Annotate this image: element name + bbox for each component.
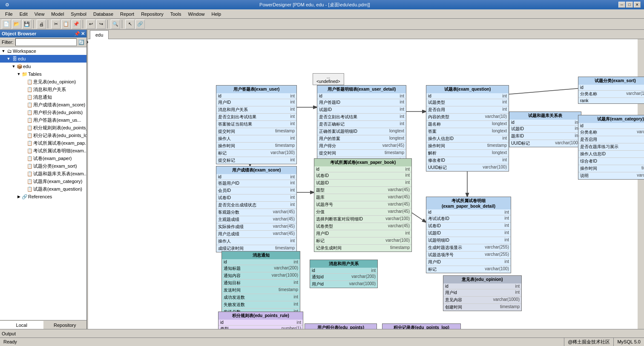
filter-refresh-icon[interactable]: 🔄: [78, 40, 84, 45]
table-exam-paper-book-detail[interactable]: 考试所属试卷明细(exam_paper_book_detail) idint 考…: [426, 197, 511, 273]
table-row: 内容的类型varchar(10): [426, 113, 509, 120]
tab-repository[interactable]: Repository: [43, 320, 87, 329]
tree-table-score[interactable]: 📋 用户成绩表(exam_score): [0, 101, 86, 109]
output-label: Output: [2, 331, 16, 336]
expand-edu-icon[interactable]: ▼: [6, 56, 11, 61]
link-button[interactable]: 🔗: [135, 20, 145, 29]
ob-tabs: Local Repository: [0, 320, 86, 329]
menu-repository[interactable]: Repository: [138, 11, 167, 17]
table-exam-score[interactable]: 用户成绩表(exam_score) idint 答题用户IDint 会员IDin…: [216, 166, 297, 252]
table-exam-user[interactable]: 用户答题表(exam_user) idint 用户IDint 消息和用户关系in…: [216, 85, 297, 164]
table-message-notify[interactable]: 消息通知 idint 通知标题varchar(200) 通知内容varchar(…: [221, 251, 300, 316]
tree-table-msg-notify[interactable]: 📋 消息通知: [0, 93, 86, 101]
app-title: PowerDesigner [PDM edu, edu - [桌面\edu\ed…: [11, 2, 618, 8]
open-button[interactable]: 📂: [12, 20, 21, 29]
table-row: 通知内容varchar(1000): [222, 272, 300, 279]
tree-table-question[interactable]: 📋 试题表(exam_question): [0, 185, 86, 193]
copy-button[interactable]: 📋: [61, 20, 71, 29]
tree-table-paper[interactable]: 📋 考试所属试卷(exam_pap...: [0, 139, 86, 147]
tree-tables-folder[interactable]: ▼ 📁 Tables: [0, 70, 86, 78]
exam-category-header: 试题库(exam_category): [578, 115, 644, 123]
menu-symbol[interactable]: Symbol: [67, 11, 90, 17]
select-button[interactable]: ↖: [125, 20, 135, 29]
tree-table-msg-user[interactable]: 📋 消息和用户关系: [0, 86, 86, 93]
ob-pin-icon[interactable]: 📌: [74, 31, 80, 37]
table-row: idint: [443, 283, 521, 289]
tree-table-points-rule[interactable]: 📋 积分规则则表(edu_points_r...: [0, 124, 86, 132]
zoom-in-button[interactable]: 🔍: [111, 20, 120, 29]
tree-workspace[interactable]: ▼ 🗂 Workspace: [0, 47, 86, 55]
menu-tools[interactable]: Tools: [167, 11, 185, 17]
menu-view[interactable]: View: [31, 11, 48, 17]
tree-references[interactable]: ▶ 🔗 References: [0, 193, 86, 200]
table-edu-points[interactable]: 用户积分表(edu_points) idint 课程idint 用户idint: [305, 323, 377, 329]
window-controls[interactable]: ─ □ ✕: [618, 2, 641, 8]
new-button[interactable]: 📄: [2, 20, 11, 29]
edu-points-log-header: 积分记录表(edu_points_log): [382, 324, 460, 329]
menu-database[interactable]: Database: [90, 11, 117, 17]
table-edu-points-rule[interactable]: 积分规则表(edu_points_rule) idint 类型number(1)…: [218, 312, 303, 329]
table-exam-category[interactable]: 试题库(exam_category) idint 分类名称varchar(100…: [578, 115, 644, 180]
table-exam-paper-book[interactable]: 考试所属试卷(exam_paper_book) idint 试卷IDint 试题…: [314, 158, 412, 252]
table-row: 是否在题库练习展示int: [578, 143, 644, 150]
tree-table-points[interactable]: 📋 用户积分表(edu_points): [0, 109, 86, 116]
conn-question-sort: [506, 88, 582, 94]
maximize-button[interactable]: □: [626, 2, 633, 8]
menu-help[interactable]: Help: [208, 11, 225, 17]
diagram-tab-edu[interactable]: edu: [90, 30, 109, 40]
tree-table-qcat-rel[interactable]: 📋 试题和题库关系表(exam...: [0, 170, 86, 177]
menu-model[interactable]: Model: [48, 11, 67, 17]
tree-edu-schema[interactable]: ▼ 📦 edu: [0, 63, 86, 70]
ob-header: Object Browser 📌 ✕: [0, 30, 86, 37]
tree-table-points-log[interactable]: 📋 积分记录表(edu_points_lo...: [0, 132, 86, 139]
menu-report[interactable]: Report: [117, 11, 138, 17]
tree-table-paper-detail[interactable]: 📋 考试所属试卷明细(exam...: [0, 147, 86, 154]
table-exam-user-detail[interactable]: 用户答题明细表(exam_user_detail) idint 用户答题IDin…: [317, 85, 406, 164]
tree-table-exam-paper[interactable]: 📋 试卷(exam_paper): [0, 154, 86, 162]
table-row: 试题选项序号varchar(255): [426, 251, 511, 258]
table-row: 通知目标int: [222, 279, 300, 286]
save-button[interactable]: 💾: [22, 20, 32, 29]
table-row: 用户idint: [443, 289, 521, 296]
expand-schema-icon[interactable]: ▼: [11, 64, 16, 69]
filter-input[interactable]: [15, 38, 77, 46]
expand-tables-icon[interactable]: ▼: [16, 71, 21, 77]
tree-table-sort[interactable]: 📋 试题分类(exam_sort): [0, 162, 86, 170]
status-ready: Ready: [0, 339, 564, 344]
expand-refs-icon[interactable]: ▶: [16, 194, 21, 199]
menu-window[interactable]: Window: [184, 11, 208, 17]
table-edu-points-log[interactable]: 积分记录表(edu_points_log) 课程idint 用户idint 规则…: [382, 323, 461, 329]
exam-paper-book-detail-header: 考试所属试卷明细(exam_paper_book_detail): [426, 197, 511, 209]
tree-table-opinion[interactable]: 📋 意见表(edu_opinion): [0, 78, 86, 86]
tree-table-category[interactable]: 📋 试题库(exam_category): [0, 177, 86, 185]
main-area[interactable]: edu: [88, 30, 644, 329]
table-edu-opinion[interactable]: 意见表(edu_opinion) idint 用户idint 意见内容varch…: [443, 275, 522, 311]
tree-edu-db[interactable]: ▼ 🗄 edu: [0, 55, 86, 63]
tree-table-user[interactable]: 📋 用户答题表(exam_us...: [0, 116, 86, 124]
table-exam-sort[interactable]: 试题分类(exam_sort) idint 分类名称varchar(100) r…: [578, 77, 644, 104]
table-row: 解析longtext: [426, 149, 509, 157]
table-row: 记录生成时间timestamp: [314, 244, 411, 252]
table-row: idint: [426, 209, 511, 215]
menu-edit[interactable]: Edit: [16, 11, 31, 17]
menu-file[interactable]: File: [2, 11, 16, 17]
tab-local[interactable]: Local: [0, 320, 43, 329]
table-row: 选择判断答案对应明细IDvarchar(100): [314, 215, 411, 223]
cut-button[interactable]: ✂: [51, 20, 60, 29]
close-button[interactable]: ✕: [634, 2, 641, 8]
tables-label: Tables: [28, 71, 42, 77]
print-button[interactable]: 🖨: [37, 20, 46, 29]
expand-workspace-icon[interactable]: ▼: [1, 49, 6, 54]
table-exam-qcat-rel[interactable]: 试题和题库关系表 idint 试题IDint 题库IDint UUID标记var…: [509, 112, 581, 147]
minimize-button[interactable]: ─: [618, 2, 625, 8]
table-row: idint: [314, 166, 411, 172]
table-icon-10: 📋: [26, 147, 33, 154]
redo-button[interactable]: ↪: [96, 20, 106, 29]
table-row: 是否立刻出考试结果int: [216, 113, 296, 120]
paste-button[interactable]: 📌: [72, 20, 81, 29]
toolbar-sep-3: [83, 20, 84, 29]
table-message-user-rel[interactable]: 消息和用户关系 idint 通知idvarchar(200) 用户idvarch…: [310, 260, 378, 288]
ob-close-icon[interactable]: ✕: [81, 31, 85, 37]
undo-button[interactable]: ↩: [86, 20, 95, 29]
table-exam-question[interactable]: 试题表(exam_question) idint 试题类型int 是否自用int…: [426, 85, 509, 172]
